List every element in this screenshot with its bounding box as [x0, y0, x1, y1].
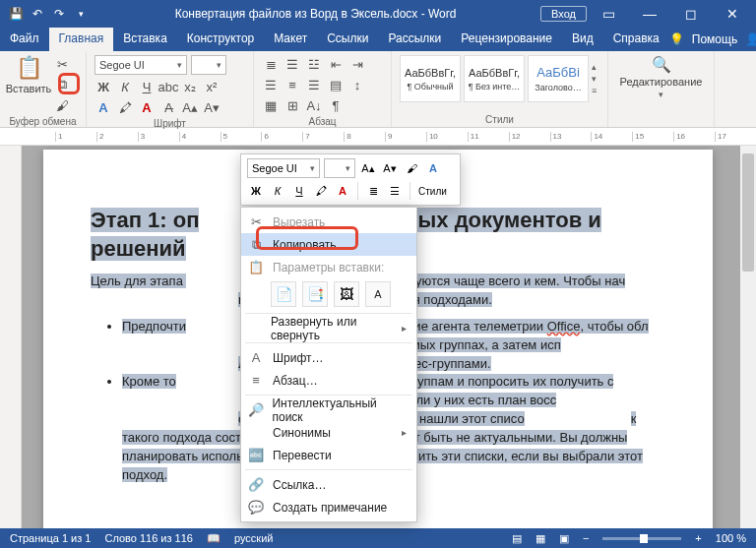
align-right-icon[interactable]: ☰: [305, 76, 323, 93]
minimize-icon[interactable]: —: [630, 0, 669, 28]
redo-icon[interactable]: ↷: [49, 4, 69, 24]
save-icon[interactable]: 💾: [6, 4, 26, 24]
subscript-icon[interactable]: x₂: [181, 78, 199, 95]
align-left-icon[interactable]: ☰: [262, 76, 280, 93]
mini-format-painter-icon[interactable]: 🖌: [403, 158, 420, 178]
multilevel-icon[interactable]: ☳: [305, 55, 323, 73]
style-normal[interactable]: АаБбВвГг, ¶ Обычный: [400, 55, 461, 102]
ribbon-options-icon[interactable]: ▭: [589, 0, 628, 28]
zoom-out-icon[interactable]: −: [583, 532, 589, 544]
view-print-icon[interactable]: ▦: [536, 532, 545, 545]
bold-icon[interactable]: Ж: [94, 78, 112, 95]
mini-shrink-font-icon[interactable]: A▾: [381, 158, 399, 178]
tab-mailings[interactable]: Рассылки: [378, 28, 451, 51]
format-painter-icon[interactable]: 🖌: [53, 96, 71, 114]
share-icon[interactable]: 👤: [745, 32, 756, 46]
tab-layout[interactable]: Макет: [264, 28, 317, 51]
view-read-icon[interactable]: ▤: [512, 532, 522, 545]
maximize-icon[interactable]: ◻: [671, 0, 711, 28]
view-web-icon[interactable]: ▣: [559, 532, 569, 545]
mini-styles-icon[interactable]: A: [424, 158, 442, 178]
mini-styles-button[interactable]: Стили: [416, 181, 449, 201]
mini-bullets-icon[interactable]: ≣: [364, 181, 382, 201]
align-center-icon[interactable]: ≡: [284, 76, 301, 93]
styles-up-icon[interactable]: ▴: [592, 62, 597, 72]
mini-bold-icon[interactable]: Ж: [247, 181, 265, 201]
ctx-translate[interactable]: 🔤Перевести: [241, 444, 416, 466]
zoom-in-icon[interactable]: +: [695, 532, 701, 544]
ctx-synonyms[interactable]: Синонимы▸: [241, 421, 416, 444]
cut-icon[interactable]: ✂: [53, 55, 71, 73]
styles-down-icon[interactable]: ▾: [592, 74, 597, 84]
paste-picture-icon[interactable]: 🖼: [334, 281, 359, 307]
status-page[interactable]: Страница 1 из 1: [10, 532, 91, 544]
ctx-font[interactable]: AШрифт…: [241, 346, 416, 369]
justify-icon[interactable]: ▤: [327, 76, 345, 93]
borders-icon[interactable]: ⊞: [284, 96, 301, 114]
decrease-indent-icon[interactable]: ⇤: [327, 55, 345, 73]
tab-insert[interactable]: Вставка: [113, 28, 177, 51]
mini-highlight-icon[interactable]: 🖍: [312, 181, 330, 201]
paste-merge-icon[interactable]: 📑: [302, 281, 328, 307]
ctx-paragraph[interactable]: ≡Абзац…: [241, 369, 416, 392]
sign-in-button[interactable]: Вход: [540, 6, 587, 22]
ctx-cut[interactable]: ✂Вырезать: [241, 211, 416, 233]
tell-me-button[interactable]: Помощь: [692, 32, 737, 46]
tab-design[interactable]: Конструктор: [177, 28, 264, 51]
ctx-expand-collapse[interactable]: Развернуть или свернуть▸: [241, 317, 416, 339]
copy-icon[interactable]: ⧉: [53, 76, 71, 93]
line-spacing-icon[interactable]: ↕: [348, 76, 366, 93]
tab-file[interactable]: Файл: [0, 28, 49, 51]
tab-view[interactable]: Вид: [562, 28, 603, 51]
paste-text-only-icon[interactable]: A: [365, 281, 391, 307]
mini-numbering-icon[interactable]: ☰: [386, 181, 404, 201]
show-marks-icon[interactable]: ¶: [327, 96, 345, 114]
strike-icon[interactable]: abc: [159, 78, 177, 95]
status-language[interactable]: русский: [234, 532, 273, 544]
italic-icon[interactable]: К: [116, 78, 134, 95]
close-icon[interactable]: ✕: [713, 0, 752, 28]
lightbulb-icon[interactable]: 💡: [669, 32, 684, 46]
mini-font-name[interactable]: Segoe UI▾: [247, 158, 320, 178]
ctx-new-comment[interactable]: 💬Создать примечание: [241, 496, 416, 518]
clear-format-icon[interactable]: A̶: [159, 98, 177, 116]
mini-underline-icon[interactable]: Ч: [290, 181, 308, 201]
mini-italic-icon[interactable]: К: [269, 181, 286, 201]
editing-button[interactable]: 🔍 Редактирование ▾: [616, 55, 706, 99]
numbering-icon[interactable]: ☰: [284, 55, 301, 73]
text-effects-icon[interactable]: A: [94, 98, 112, 116]
qat-dropdown-icon[interactable]: ▾: [71, 4, 91, 24]
zoom-slider[interactable]: [602, 537, 681, 540]
grow-font-icon[interactable]: A▴: [181, 98, 199, 116]
tab-review[interactable]: Рецензирование: [451, 28, 562, 51]
ctx-smart-lookup[interactable]: 🔎Интеллектуальный поиск: [241, 398, 416, 421]
mini-font-color-icon[interactable]: A: [334, 181, 351, 201]
tab-help[interactable]: Справка: [603, 28, 669, 51]
tab-home[interactable]: Главная: [49, 28, 114, 51]
mini-font-size[interactable]: ▾: [324, 158, 355, 178]
mini-grow-font-icon[interactable]: A▴: [359, 158, 377, 178]
vertical-scrollbar[interactable]: [740, 146, 756, 528]
paste-button[interactable]: 📋 Вставить: [8, 55, 49, 114]
ctx-copy[interactable]: ⧉Копировать: [241, 233, 416, 256]
sort-icon[interactable]: A↓: [305, 96, 323, 114]
undo-icon[interactable]: ↶: [28, 4, 47, 24]
style-heading1[interactable]: АаБбВі Заголово…: [528, 55, 589, 102]
ctx-link[interactable]: 🔗Ссылка…: [241, 473, 416, 496]
shading-icon[interactable]: ▦: [262, 96, 280, 114]
font-name-select[interactable]: Segoe UI▾: [94, 55, 187, 75]
font-color-icon[interactable]: A: [138, 98, 156, 116]
shrink-font-icon[interactable]: A▾: [203, 98, 220, 116]
underline-icon[interactable]: Ч: [138, 78, 156, 95]
increase-indent-icon[interactable]: ⇥: [348, 55, 366, 73]
styles-expand-icon[interactable]: ≡: [592, 86, 597, 95]
tab-references[interactable]: Ссылки: [317, 28, 378, 51]
zoom-level[interactable]: 100 %: [716, 532, 746, 544]
status-proofing-icon[interactable]: 📖: [207, 532, 220, 545]
superscript-icon[interactable]: x²: [203, 78, 220, 95]
highlight-icon[interactable]: 🖍: [116, 98, 134, 116]
font-size-select[interactable]: ▾: [191, 55, 226, 75]
bullets-icon[interactable]: ≣: [262, 55, 280, 73]
horizontal-ruler[interactable]: 1234567891011121314151617: [0, 128, 756, 146]
style-no-spacing[interactable]: АаБбВвГг, ¶ Без инте…: [464, 55, 525, 102]
